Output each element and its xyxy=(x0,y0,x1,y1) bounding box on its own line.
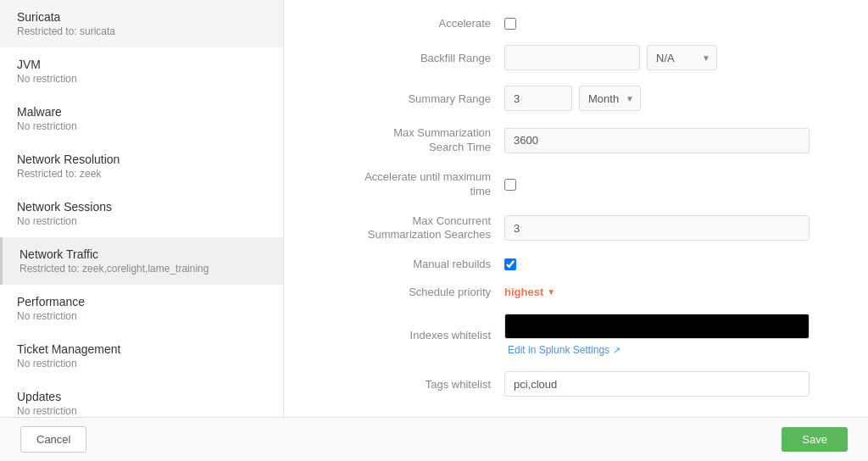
sidebar-item-malware[interactable]: Malware No restriction xyxy=(0,95,283,142)
footer: Cancel Save xyxy=(0,417,868,461)
sidebar-item-title: Network Resolution xyxy=(17,153,266,166)
sidebar: Suricata Restricted to: suricata JVM No … xyxy=(0,0,284,417)
sidebar-item-sub: Restricted to: zeek,corelight,lame_train… xyxy=(19,263,266,275)
sidebar-item-title: Network Traffic xyxy=(19,247,266,261)
tags-whitelist-label: Tags whitelist xyxy=(318,378,504,391)
edit-splunk-text: Edit in Splunk Settings xyxy=(508,344,609,356)
sidebar-item-network-traffic[interactable]: Network Traffic Restricted to: zeek,core… xyxy=(0,237,283,285)
sidebar-item-sub: Restricted to: suricata xyxy=(17,25,266,37)
accelerate-until-checkbox[interactable] xyxy=(504,179,516,191)
backfill-range-row: Backfill Range N/A 1 Day 1 Week 1 Month xyxy=(318,45,834,70)
manual-rebuilds-control xyxy=(504,258,834,270)
cancel-button[interactable]: Cancel xyxy=(20,426,86,453)
tags-whitelist-input[interactable]: pci,cloud xyxy=(504,371,810,397)
indexes-whitelist-control: Edit in Splunk Settings ↗ xyxy=(504,314,834,356)
schedule-priority-control: highest ▼ xyxy=(504,286,834,298)
sidebar-item-title: Updates xyxy=(17,390,266,403)
max-summarization-row: Max SummarizationSearch Time 3600 xyxy=(318,126,834,155)
backfill-range-control: N/A 1 Day 1 Week 1 Month xyxy=(504,45,834,70)
schedule-priority-row: Schedule priority highest ▼ xyxy=(318,286,834,298)
accelerate-until-row: Accelerate until maximumtime xyxy=(318,170,834,199)
sidebar-item-performance[interactable]: Performance No restriction xyxy=(0,285,283,332)
max-summarization-input[interactable]: 3600 xyxy=(504,128,810,153)
schedule-priority-value: highest xyxy=(504,286,543,298)
manual-rebuilds-row: Manual rebuilds xyxy=(318,258,834,270)
sidebar-item-title: Ticket Management xyxy=(17,342,266,356)
indexes-whitelist-input[interactable] xyxy=(504,314,810,339)
sidebar-item-title: Malware xyxy=(17,105,266,119)
sidebar-item-title: Network Sessions xyxy=(17,200,266,214)
sidebar-item-suricata[interactable]: Suricata Restricted to: suricata xyxy=(0,0,283,47)
sidebar-item-sub: No restriction xyxy=(17,215,266,227)
accelerate-until-label: Accelerate until maximumtime xyxy=(318,170,504,199)
sidebar-item-network-resolution[interactable]: Network Resolution Restricted to: zeek xyxy=(0,142,283,190)
accelerate-label: Accelerate xyxy=(318,17,504,30)
sidebar-item-ticket-management[interactable]: Ticket Management No restriction xyxy=(0,332,283,380)
tags-whitelist-control: pci,cloud xyxy=(504,371,834,397)
sidebar-item-sub: No restriction xyxy=(17,358,266,369)
backfill-range-label: Backfill Range xyxy=(318,52,504,64)
max-concurrent-input[interactable]: 3 xyxy=(504,215,810,241)
schedule-priority-label: Schedule priority xyxy=(318,286,504,298)
schedule-priority-link[interactable]: highest ▼ xyxy=(504,286,555,298)
indexes-whitelist-label: Indexes whitelist xyxy=(318,329,504,342)
summary-range-select-wrapper: Month Day Week Year xyxy=(579,86,641,111)
sidebar-item-title: Suricata xyxy=(17,10,266,24)
sidebar-item-sub: No restriction xyxy=(17,405,266,417)
backfill-range-input[interactable] xyxy=(504,45,640,70)
accelerate-until-control xyxy=(504,179,834,191)
max-summarization-label: Max SummarizationSearch Time xyxy=(318,126,504,155)
sidebar-item-jvm[interactable]: JVM No restriction xyxy=(0,47,283,95)
max-summarization-control: 3600 xyxy=(504,128,834,153)
external-link-icon: ↗ xyxy=(613,345,620,356)
sidebar-item-sub: No restriction xyxy=(17,73,266,85)
max-concurrent-label: Max ConcurrentSummarization Searches xyxy=(318,214,504,243)
manual-rebuilds-label: Manual rebuilds xyxy=(318,258,504,270)
summary-range-select[interactable]: Month Day Week Year xyxy=(579,86,641,111)
summary-range-row: Summary Range 3 Month Day Week Year xyxy=(318,86,834,111)
sidebar-item-sub: No restriction xyxy=(17,310,266,322)
sidebar-item-sub: Restricted to: zeek xyxy=(17,168,266,180)
max-concurrent-control: 3 xyxy=(504,215,834,241)
summary-range-label: Summary Range xyxy=(318,92,504,105)
accelerate-control xyxy=(504,18,834,30)
sidebar-item-sub: No restriction xyxy=(17,120,266,132)
save-button[interactable]: Save xyxy=(782,427,848,452)
sidebar-item-updates[interactable]: Updates No restriction xyxy=(0,380,283,417)
chevron-down-icon: ▼ xyxy=(547,287,555,297)
manual-rebuilds-checkbox[interactable] xyxy=(504,258,516,270)
edit-splunk-link[interactable]: Edit in Splunk Settings ↗ xyxy=(508,344,620,356)
summary-range-control: 3 Month Day Week Year xyxy=(504,86,834,111)
backfill-range-select-wrapper: N/A 1 Day 1 Week 1 Month xyxy=(647,45,717,70)
backfill-range-select[interactable]: N/A 1 Day 1 Week 1 Month xyxy=(647,45,717,70)
sidebar-item-title: JVM xyxy=(17,58,266,71)
max-concurrent-row: Max ConcurrentSummarization Searches 3 xyxy=(318,214,834,243)
tags-whitelist-row: Tags whitelist pci,cloud xyxy=(318,371,834,397)
sidebar-item-network-sessions[interactable]: Network Sessions No restriction xyxy=(0,190,283,237)
indexes-whitelist-row: Indexes whitelist Edit in Splunk Setting… xyxy=(318,314,834,356)
summary-range-input[interactable]: 3 xyxy=(504,86,572,111)
sidebar-item-title: Performance xyxy=(17,295,266,308)
accelerate-row: Accelerate xyxy=(318,17,834,30)
accelerate-checkbox[interactable] xyxy=(504,18,516,30)
right-panel: Accelerate Backfill Range N/A 1 Day 1 We… xyxy=(284,0,868,417)
